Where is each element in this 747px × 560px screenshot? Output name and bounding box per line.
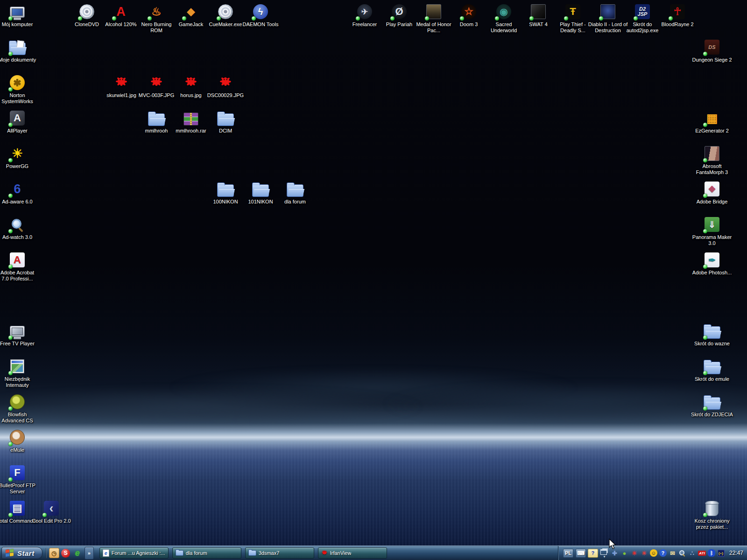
freelancer-icon: ✈ xyxy=(354,3,375,21)
daemon-tools-icon: ϟ xyxy=(250,3,271,21)
shortcut-overlay-dot xyxy=(8,194,13,198)
desktop-icon-skrot-do-wazne[interactable]: Skrót do wazne xyxy=(691,322,733,347)
desktop-icon-norton-systemworks[interactable]: ✱Norton SystemWorks xyxy=(0,74,38,105)
tray-icon-leaf-clock[interactable]: ● xyxy=(620,549,628,557)
icon-label: BulletProof FTP Server xyxy=(0,483,38,495)
icon-label: Blowfish Advanced CS xyxy=(0,412,38,424)
icon-label: DCIM xyxy=(204,128,247,134)
desktop-icon-blowfish-advanced-cs[interactable]: Blowfish Advanced CS xyxy=(0,393,38,424)
shortcut-overlay-dot xyxy=(390,16,395,21)
quick-launch-overflow-chevron[interactable]: » xyxy=(85,547,94,560)
restore-window-tray-control[interactable]: ▼ xyxy=(600,548,608,558)
icon-label: dla forum xyxy=(274,199,316,205)
icon-label: Adobe Photosh... xyxy=(691,270,733,276)
desktop-icon-dsc00029-jpg[interactable]: DSC00029.JPG xyxy=(204,74,247,98)
cool-edit-pro-2-icon: ‹ xyxy=(41,499,62,517)
desktop-icon-panorama-maker-3[interactable]: ⇓Panorama Maker 3.0 xyxy=(691,216,733,246)
desktop-icon-dla-forum-folder[interactable]: dla forum xyxy=(274,180,316,205)
shortcut-overlay-dot xyxy=(8,442,13,446)
ezgenerator-2-icon: ▦ xyxy=(702,109,722,127)
taskbar-button-window-dla-forum[interactable]: dla forum xyxy=(172,547,241,559)
taskbar-button-window-3dsmax7[interactable]: 3dsmax7 xyxy=(245,547,314,559)
skype-icon: S xyxy=(61,549,70,558)
shortcut-overlay-dot xyxy=(8,158,13,162)
tray-icon-bluetooth[interactable]: ᛒ xyxy=(708,549,715,557)
desktop-icon-dcim-folder[interactable]: DCIM xyxy=(204,109,247,134)
desktop-icon-adobe-photoshop[interactable]: ✒Adobe Photosh... xyxy=(691,251,733,276)
icon-label: Free TV Player xyxy=(0,341,38,347)
norton-systemworks-icon: ✱ xyxy=(7,74,28,91)
desktop-icon-ad-aware-6[interactable]: 6Ad-aware 6.0 xyxy=(0,180,38,205)
tray-icon-network-dots[interactable]: ∴ xyxy=(688,549,696,557)
desktop-icon-fantamorph-3[interactable]: Abrosoft FantaMorph 3 xyxy=(691,145,733,175)
desktop-icon-moje-dokumenty[interactable]: Moje dokumenty xyxy=(0,38,38,63)
desktop-icon-skrot-do-zdjecia[interactable]: Skrót do ZDJECIA xyxy=(691,393,733,418)
icon-label: Kosz chroniony przez pakiet... xyxy=(691,518,733,530)
taskbar-clock[interactable]: 22:47 xyxy=(729,550,743,556)
desktop-icon-ad-watch-3[interactable]: Ad-watch 3.0 xyxy=(0,216,38,240)
desktop-icon-adobe-bridge[interactable]: ❖Adobe Bridge xyxy=(691,180,733,205)
desktop-icon-cool-edit-pro-2[interactable]: ‹Cool Edit Pro 2.0 xyxy=(30,499,72,524)
start-button[interactable]: Start xyxy=(1,547,42,560)
ad-watch-3-icon xyxy=(7,216,28,233)
internet-explorer-icon: e xyxy=(75,548,80,558)
dungeon-siege-2-icon: DS xyxy=(702,38,722,56)
shortcut-overlay-dot xyxy=(495,16,499,21)
skrot-do-emule-icon xyxy=(702,357,722,375)
shortcut-overlay-dot xyxy=(217,16,221,21)
shortcut-overlay-dot xyxy=(669,16,673,21)
taskbar-button-label: Forum ...u Agnieszki :... xyxy=(112,550,165,556)
desktop-icon-dungeon-siege-2[interactable]: DSDungeon Siege 2 xyxy=(691,38,733,63)
quick-launch-bar: ◷Se xyxy=(48,548,84,558)
tray-icon-search[interactable] xyxy=(678,549,686,557)
taskbar-button-window-forum-agnieszki[interactable]: eForum ...u Agnieszki :... xyxy=(99,547,169,559)
play-pariah-icon: Ø xyxy=(389,3,409,21)
tray-buttons: ⌨? xyxy=(576,549,598,558)
folder-icon xyxy=(176,550,183,556)
tray-icon-wireless[interactable]: (•) xyxy=(717,549,725,557)
blowfish-advanced-cs-icon xyxy=(7,393,28,411)
desktop-icon-moj-komputer[interactable]: Mój komputer xyxy=(0,3,38,28)
desktop-icon-free-tv-player[interactable]: Free TV Player xyxy=(0,322,38,347)
shortcut-overlay-dot xyxy=(8,371,13,375)
desktop-icon-daemon-tools[interactable]: ϟDAEMON Tools xyxy=(240,3,282,28)
language-indicator[interactable]: PL xyxy=(563,549,573,558)
icon-label: Ad-watch 3.0 xyxy=(0,234,38,240)
help-button[interactable]: ? xyxy=(588,549,598,558)
desktop-icon-adobe-acrobat-7[interactable]: AAdobe Acrobat 7.0 Professi... xyxy=(0,251,38,282)
shortcut-overlay-dot xyxy=(8,336,13,340)
desktop-icon-bloodrayne-2[interactable]: ☥BloodRayne 2 xyxy=(656,3,698,28)
icon-label: DAEMON Tools xyxy=(240,21,282,28)
nero-burning-rom-icon: ♨ xyxy=(146,3,167,21)
quicklaunch-timer[interactable]: ◷ xyxy=(49,548,59,558)
start-label: Start xyxy=(17,549,35,557)
clonedvd-icon xyxy=(77,3,97,21)
tray-icon-ati[interactable]: ATI xyxy=(698,549,706,557)
desktop-icon-allplayer[interactable]: AAllPlayer xyxy=(0,109,38,134)
tray-icon-flower[interactable]: ✚ xyxy=(611,549,619,557)
tray-icon-mail[interactable]: ✉ xyxy=(669,549,677,557)
shortcut-overlay-dot xyxy=(703,158,707,162)
keyboard-button[interactable]: ⌨ xyxy=(576,549,586,558)
taskbar-window-buttons: eForum ...u Agnieszki :...dla forum3dsma… xyxy=(99,547,558,559)
tray-icon-doctor[interactable]: ☺ xyxy=(650,549,657,557)
horus-jpg-icon xyxy=(181,74,201,91)
desktop-icon-niezbednik-internauty[interactable]: Niezbędnik Internauty xyxy=(0,357,38,388)
icon-label: Dungeon Siege 2 xyxy=(691,57,733,63)
dcim-folder-icon xyxy=(215,109,236,127)
tray-icons: ✚●☀☀☺?✉∴ATIᛒ(•) xyxy=(611,549,725,557)
tray-icon-virus-alert-1[interactable]: ☀ xyxy=(630,549,638,557)
desktop-icon-skrot-do-emule[interactable]: Skrót do emule xyxy=(691,357,733,382)
tray-icon-question[interactable]: ? xyxy=(659,549,667,557)
quicklaunch-skype[interactable]: S xyxy=(61,548,71,558)
desktop-icon-bulletproof-ftp[interactable]: FBulletProof FTP Server xyxy=(0,464,38,495)
desktop-icon-kosz-chroniony[interactable]: Kosz chroniony przez pakiet... xyxy=(691,499,733,530)
moje-dokumenty-icon xyxy=(7,38,28,56)
tray-icon-virus-alert-2[interactable]: ☀ xyxy=(640,549,648,557)
quicklaunch-internet-explorer[interactable]: e xyxy=(72,548,83,558)
desktop-icon-ezgenerator-2[interactable]: ▦EzGenerator 2 xyxy=(691,109,733,134)
desktop-icon-powergg[interactable]: ☀PowerGG xyxy=(0,145,38,169)
desktop-icon-emule[interactable]: eMule xyxy=(0,428,38,453)
taskbar-button-window-irfanview[interactable]: IrfanView xyxy=(318,547,387,559)
magnifier-glyph xyxy=(679,550,685,556)
